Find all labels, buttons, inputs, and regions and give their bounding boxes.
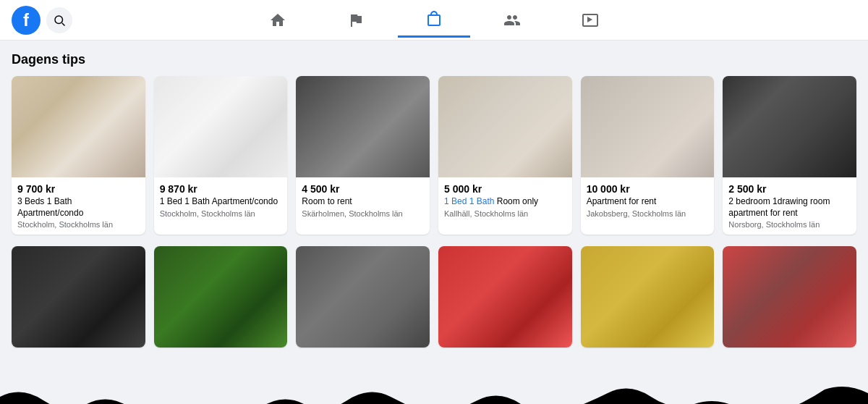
listing-desc-1: 3 Beds 1 Bath Apartment/condo <box>17 196 140 219</box>
listing-desc-suffix-4: Room only <box>497 196 538 206</box>
listing-card-4[interactable]: 5 000 kr 1 Bed 1 Bath Room only Kallhäll… <box>438 76 572 235</box>
listing-desc-2: 1 Bed 1 Bath Apartment/condo <box>160 196 282 208</box>
listing-card-5[interactable]: 10 000 kr Apartment for rent Jakobsberg,… <box>581 76 715 235</box>
listing-location-5: Jakobsberg, Stockholms län <box>587 209 709 218</box>
listing-location-6: Norsborg, Stockholms län <box>728 220 851 229</box>
listing-desc-3: Room to rent <box>302 196 424 208</box>
listing-card-7[interactable] <box>12 246 145 348</box>
listing-info-5: 10 000 kr Apartment for rent Jakobsberg,… <box>581 177 715 224</box>
listing-location-3: Skärholmen, Stockholms län <box>302 209 424 218</box>
listing-info-4: 5 000 kr 1 Bed 1 Bath Room only Kallhäll… <box>438 177 572 224</box>
top-navigation: f <box>0 0 868 41</box>
watch-icon <box>582 12 599 29</box>
listing-info-3: 4 500 kr Room to rent Skärholmen, Stockh… <box>296 177 430 224</box>
listing-image-12 <box>723 246 856 348</box>
listing-card-9[interactable] <box>296 246 430 348</box>
listing-image-10 <box>438 246 572 348</box>
listing-location-4: Kallhäll, Stockholms län <box>444 209 566 218</box>
listing-price-4: 5 000 kr <box>444 183 566 195</box>
home-icon <box>269 12 286 29</box>
nav-marketplace-button[interactable] <box>398 3 470 38</box>
listing-price-3: 4 500 kr <box>302 183 424 195</box>
listings-grid-row1: 9 700 kr 3 Beds 1 Bath Apartment/condo S… <box>12 76 856 235</box>
search-button[interactable] <box>46 7 72 33</box>
listing-card-10[interactable] <box>438 246 572 348</box>
listing-card-1[interactable]: 9 700 kr 3 Beds 1 Bath Apartment/condo S… <box>12 76 145 235</box>
listing-location-1: Stockholm, Stockholms län <box>17 220 140 229</box>
svg-line-1 <box>62 22 65 25</box>
listing-card-8[interactable] <box>154 246 288 348</box>
listing-image-2 <box>154 76 288 177</box>
flag-icon <box>347 12 365 29</box>
listing-desc-4: 1 Bed 1 Bath Room only <box>444 196 566 208</box>
marketplace-icon <box>425 10 443 28</box>
nav-center <box>156 3 712 38</box>
facebook-logo[interactable]: f <box>12 6 41 35</box>
listing-card-11[interactable] <box>581 246 715 348</box>
listing-image-6 <box>723 76 856 177</box>
listing-price-5: 10 000 kr <box>587 183 709 195</box>
listing-desc-highlight-4: 1 Bed 1 Bath <box>444 196 497 206</box>
groups-icon <box>503 12 521 29</box>
listing-image-11 <box>581 246 715 348</box>
listing-image-4 <box>438 76 572 177</box>
listing-price-2: 9 870 kr <box>160 183 282 195</box>
listing-card-2[interactable]: 9 870 kr 1 Bed 1 Bath Apartment/condo St… <box>154 76 288 235</box>
listing-image-1 <box>12 76 145 177</box>
listing-info-2: 9 870 kr 1 Bed 1 Bath Apartment/condo St… <box>154 177 288 224</box>
search-icon <box>53 14 66 27</box>
listing-image-3 <box>296 76 430 177</box>
listing-info-1: 9 700 kr 3 Beds 1 Bath Apartment/condo S… <box>12 177 145 235</box>
listing-info-6: 2 500 kr 2 bedroom 1drawing room apartme… <box>723 177 856 235</box>
listing-image-5 <box>581 76 715 177</box>
listing-image-9 <box>296 246 430 348</box>
listing-card-12[interactable] <box>723 246 856 348</box>
listing-desc-5: Apartment for rent <box>587 196 709 208</box>
listing-desc-6: 2 bedroom 1drawing room apartment for re… <box>728 196 851 219</box>
svg-point-0 <box>55 16 63 24</box>
listing-image-8 <box>154 246 288 348</box>
listing-price-6: 2 500 kr <box>728 183 851 195</box>
nav-friends-button[interactable] <box>320 3 392 38</box>
section-title: Dagens tips <box>12 52 856 67</box>
listings-grid-row2 <box>12 246 856 348</box>
main-content: Dagens tips 9 700 kr 3 Beds 1 Bath Apart… <box>0 41 868 404</box>
listing-location-2: Stockholm, Stockholms län <box>160 209 282 218</box>
listing-image-7 <box>12 246 145 348</box>
nav-home-button[interactable] <box>242 3 314 38</box>
nav-left: f <box>12 6 156 35</box>
listing-card-3[interactable]: 4 500 kr Room to rent Skärholmen, Stockh… <box>296 76 430 235</box>
nav-groups-button[interactable] <box>476 3 548 38</box>
nav-watch-button[interactable] <box>554 3 626 38</box>
listing-card-6[interactable]: 2 500 kr 2 bedroom 1drawing room apartme… <box>723 76 856 235</box>
listing-price-1: 9 700 kr <box>17 183 140 195</box>
